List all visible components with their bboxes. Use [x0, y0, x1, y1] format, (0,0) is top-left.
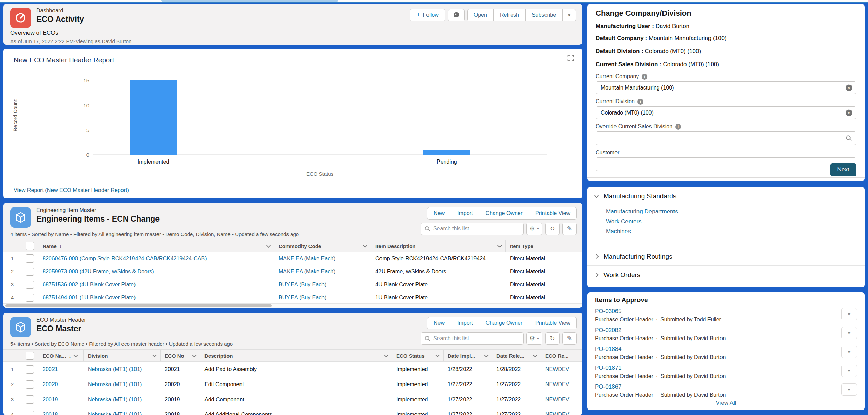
chevron-down-icon[interactable]	[266, 243, 271, 248]
eco-reason-link[interactable]: NEWDEV	[545, 396, 569, 402]
row-checkbox[interactable]	[26, 268, 34, 276]
machines-link[interactable]: Machines	[606, 228, 865, 235]
chevron-down-icon[interactable]	[152, 353, 157, 357]
column-header-description[interactable]: Description	[200, 350, 392, 361]
column-header-item-type[interactable]: Item Type	[506, 240, 582, 252]
approval-actions-button[interactable]: ▼	[841, 308, 857, 320]
chevron-down-icon[interactable]	[497, 243, 502, 248]
new-button[interactable]: New	[427, 317, 451, 329]
clear-icon[interactable]: ×	[846, 109, 852, 116]
work-centers-link[interactable]: Work Centers	[606, 218, 865, 225]
record-link[interactable]: 82059973-000 (42U Frame, w/Skins & Doors…	[43, 269, 154, 274]
view-report-link[interactable]: View Report (New ECO Master Header Repor…	[14, 187, 129, 193]
chevron-down-icon[interactable]	[484, 353, 489, 357]
commodity-link[interactable]: BUY.EA (Buy Each)	[279, 295, 326, 300]
bar-implemented[interactable]	[130, 80, 177, 155]
info-icon[interactable]: i	[642, 74, 647, 80]
division-link[interactable]: Nebraska (MT1) (101)	[88, 381, 142, 387]
column-header-commodity-code[interactable]: Commodity Code	[274, 240, 371, 252]
subscribe-button[interactable]: Subscribe	[526, 9, 563, 21]
column-header-date-implemented[interactable]: Date Impl...	[444, 350, 492, 361]
column-header-eco-status[interactable]: ECO Status	[392, 350, 444, 361]
record-link[interactable]: 20021	[43, 366, 58, 372]
row-checkbox[interactable]	[26, 411, 34, 415]
info-icon[interactable]: i	[637, 99, 643, 105]
division-link[interactable]: Nebraska (MT1) (101)	[88, 412, 142, 415]
change-owner-button[interactable]: Change Owner	[479, 317, 529, 329]
list-settings-button[interactable]: ⚙ ▼	[526, 332, 542, 345]
more-actions-button[interactable]: ▼	[563, 9, 576, 21]
column-header-item-description[interactable]: Item Description	[371, 240, 506, 252]
eco-reason-link[interactable]: NEWDEV	[545, 366, 569, 372]
division-link[interactable]: Nebraska (MT1) (101)	[88, 366, 142, 372]
chevron-down-icon[interactable]	[435, 353, 440, 357]
record-link[interactable]: 20018	[43, 412, 58, 415]
division-link[interactable]: Nebraska (MT1) (101)	[88, 396, 142, 402]
search-input[interactable]	[433, 226, 520, 232]
chevron-down-icon[interactable]	[363, 243, 367, 248]
commodity-link[interactable]: MAKE.EA (Make Each)	[279, 256, 335, 261]
row-checkbox[interactable]	[26, 380, 34, 389]
import-button[interactable]: Import	[451, 207, 479, 220]
record-link[interactable]: 20020	[43, 381, 58, 387]
column-header-eco-name[interactable]: ECO Na... ↓	[38, 350, 84, 361]
select-all-checkbox[interactable]	[26, 242, 34, 250]
current-company-field[interactable]	[596, 81, 856, 94]
info-icon[interactable]: i	[675, 124, 681, 130]
column-header-eco-no[interactable]: ECO No	[161, 350, 200, 361]
import-button[interactable]: Import	[451, 317, 479, 329]
new-button[interactable]: New	[427, 207, 451, 220]
column-header-eco-re[interactable]: ECO Re...	[541, 350, 582, 361]
customer-field[interactable]	[596, 157, 856, 171]
record-link[interactable]: 68751536-002 (4U Blank Cover Plate)	[43, 282, 136, 287]
record-link[interactable]: 20019	[43, 396, 58, 402]
select-all-checkbox[interactable]	[26, 352, 34, 360]
record-link[interactable]: 82060476-000 (Comp Style RCK4219424-CAB/…	[43, 256, 207, 261]
list-refresh-button[interactable]: ↻	[545, 332, 560, 345]
chevron-down-icon[interactable]	[533, 353, 537, 357]
commodity-link[interactable]: MAKE.EA (Make Each)	[279, 269, 335, 274]
approval-record-link[interactable]: PO-03065	[595, 308, 622, 315]
section-manufacturing-routings[interactable]: Manufacturing Routings	[587, 247, 865, 265]
approval-actions-button[interactable]: ▼	[841, 383, 857, 396]
bar-pending[interactable]	[423, 150, 470, 155]
refresh-button[interactable]: Refresh	[494, 9, 526, 21]
row-checkbox[interactable]	[26, 395, 34, 404]
row-checkbox[interactable]	[26, 281, 34, 289]
eco-reason-link[interactable]: NEWDEV	[545, 381, 569, 387]
approval-record-link[interactable]: PO-01867	[595, 383, 622, 390]
open-button[interactable]: Open	[467, 9, 494, 21]
row-checkbox[interactable]	[26, 365, 34, 374]
current-division-field[interactable]	[596, 106, 856, 119]
row-checkbox[interactable]	[26, 294, 34, 302]
chevron-down-icon[interactable]	[192, 353, 197, 357]
list-refresh-button[interactable]: ↻	[545, 223, 560, 235]
list-edit-button[interactable]: ✎	[562, 223, 577, 235]
column-header-division[interactable]: Division	[84, 350, 161, 361]
expand-chart-button[interactable]	[567, 54, 575, 62]
clear-icon[interactable]: ×	[846, 84, 852, 91]
next-button[interactable]: Next	[830, 163, 856, 176]
approval-record-link[interactable]: PO-01871	[595, 365, 622, 371]
list-edit-button[interactable]: ✎	[562, 332, 577, 345]
override-sales-division-field[interactable]	[596, 131, 856, 145]
view-all-link[interactable]: View All	[716, 400, 736, 406]
feed-button[interactable]	[448, 9, 465, 21]
column-header-date-released[interactable]: Date Rele...	[492, 350, 541, 361]
manufacturing-departments-link[interactable]: Manufacturing Departments	[606, 208, 865, 215]
printable-view-button[interactable]: Printable View	[529, 207, 577, 220]
approval-actions-button[interactable]: ▼	[841, 327, 857, 339]
search-input[interactable]	[433, 335, 520, 342]
scrollbar-thumb[interactable]	[5, 304, 272, 307]
approval-record-link[interactable]: PO-01884	[595, 346, 622, 352]
list-settings-button[interactable]: ⚙ ▼	[526, 223, 542, 235]
chevron-down-icon[interactable]	[384, 353, 388, 357]
record-link[interactable]: 68751494-001 (1U Blank Cover Plate)	[43, 295, 136, 300]
commodity-link[interactable]: BUY.EA (Buy Each)	[279, 282, 326, 287]
eco-reason-link[interactable]: NEWDEV	[545, 412, 569, 415]
row-checkbox[interactable]	[26, 254, 34, 263]
approval-actions-button[interactable]: ▼	[841, 365, 857, 377]
follow-button[interactable]: +Follow	[410, 9, 445, 21]
section-manufacturing-standards[interactable]: Manufacturing Standards	[587, 187, 865, 205]
approval-record-link[interactable]: PO-02082	[595, 327, 622, 333]
